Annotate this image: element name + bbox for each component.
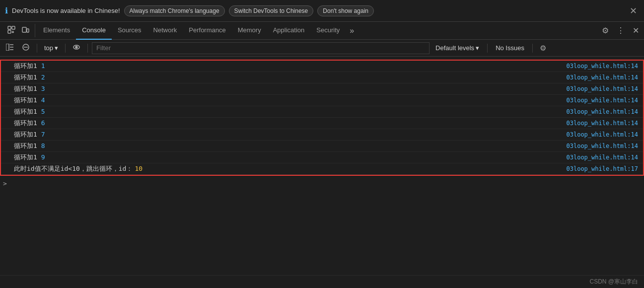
context-label: top: [44, 44, 53, 52]
row-text: 循环加1 4: [12, 95, 567, 105]
row-source-link[interactable]: 03loop_while.html:14: [567, 97, 644, 104]
match-language-button[interactable]: Always match Chrome's language: [124, 5, 225, 16]
row-text: 循环加1 1: [12, 61, 567, 71]
console-row: 循环加1 9 03loop_while.html:14: [1, 152, 643, 163]
prompt-symbol: >: [3, 180, 7, 187]
default-levels-button[interactable]: Default levels ▾: [431, 43, 483, 53]
close-devtools-button[interactable]: ✕: [630, 24, 642, 37]
console-row: 循环加1 3 03loop_while.html:14: [1, 83, 643, 95]
info-icon: ℹ: [5, 6, 8, 15]
tab-console[interactable]: Console: [76, 22, 112, 40]
toolbar-separator-3: [87, 44, 88, 53]
toolbar-separator-5: [532, 44, 533, 53]
console-content: 循环加1 1 03loop_while.html:14 循环加1 2 03loo…: [0, 57, 644, 273]
toolbar-separator-2: [65, 44, 66, 53]
device-toolbar-icon[interactable]: [19, 24, 32, 37]
context-selector-button[interactable]: top ▾: [41, 43, 61, 53]
footer: CSDN @寒山李白: [0, 275, 644, 288]
eye-filter-button[interactable]: [70, 42, 83, 54]
row-source-link[interactable]: 03loop_while.html:14: [567, 120, 644, 127]
svg-rect-3: [22, 27, 26, 32]
devtools-window: ℹ DevTools is now available in Chinese! …: [0, 0, 644, 288]
console-row: 循环加1 2 03loop_while.html:14: [1, 72, 643, 83]
svg-rect-4: [27, 29, 29, 32]
tab-memory[interactable]: Memory: [232, 22, 267, 40]
toolbar-separator: [37, 44, 37, 53]
tab-toolbar-right: ⚙ ⋮ ✕: [599, 24, 642, 37]
footer-text: CSDN @寒山李白: [589, 278, 638, 285]
no-issues-button[interactable]: No Issues: [492, 43, 528, 53]
default-levels-arrow-icon: ▾: [476, 44, 479, 52]
tab-security[interactable]: Security: [310, 22, 346, 40]
row-source-link[interactable]: 03loop_while.html:14: [567, 74, 644, 81]
context-arrow-icon: ▾: [55, 44, 58, 52]
console-row: 循环加1 8 03loop_while.html:14: [1, 141, 643, 152]
row-text: 循环加1 5: [12, 107, 567, 117]
console-row: 循环加1 7 03loop_while.html:14: [1, 129, 643, 141]
customize-dots-button[interactable]: ⋮: [614, 24, 628, 37]
tab-icon-group: [2, 24, 35, 37]
console-row: 循环加1 6 03loop_while.html:14: [1, 118, 643, 129]
row-text: 循环加1 3: [12, 84, 567, 94]
console-prompt: >: [0, 178, 644, 189]
tab-elements[interactable]: Elements: [37, 22, 76, 40]
row-source-link[interactable]: 03loop_while.html:14: [567, 63, 644, 70]
settings-gear-button[interactable]: ⚙: [599, 24, 612, 37]
console-row: 循环加1 4 03loop_while.html:14: [1, 95, 643, 106]
console-input[interactable]: [9, 180, 641, 187]
row-source-link[interactable]: 03loop_while.html:14: [567, 131, 644, 138]
row-text: 循环加1 6: [12, 118, 567, 128]
row-source-link[interactable]: 03loop_while.html:14: [567, 143, 644, 149]
notification-bar: ℹ DevTools is now available in Chinese! …: [0, 0, 644, 22]
console-row-last: 此时id值不满足id<10，跳出循环，id：10 03loop_while.ht…: [1, 163, 643, 175]
tab-application[interactable]: Application: [267, 22, 311, 40]
clear-console-button[interactable]: [19, 42, 33, 54]
row-source-link[interactable]: 03loop_while.html:14: [567, 108, 644, 115]
row-source-link[interactable]: 03loop_while.html:14: [567, 85, 644, 92]
inspect-element-icon[interactable]: [5, 24, 18, 37]
tab-bar: Elements Console Sources Network Perform…: [0, 22, 644, 40]
row-text: 此时id值不满足id<10，跳出循环，id：10: [12, 164, 567, 174]
tab-network[interactable]: Network: [147, 22, 183, 40]
svg-rect-2: [8, 30, 11, 33]
row-text: 循环加1 2: [12, 72, 567, 82]
tab-performance[interactable]: Performance: [183, 22, 231, 40]
console-row: 循环加1 5 03loop_while.html:14: [1, 106, 643, 118]
row-text: 循环加1 8: [12, 141, 567, 151]
default-levels-label: Default levels: [435, 44, 474, 52]
notification-close-button[interactable]: ✕: [628, 5, 639, 16]
svg-rect-0: [8, 26, 11, 29]
more-tabs-button[interactable]: »: [346, 24, 358, 37]
dont-show-button[interactable]: Don't show again: [317, 5, 374, 16]
row-text: 循环加1 9: [12, 152, 567, 162]
row-text: 循环加1 7: [12, 130, 567, 140]
sidebar-toggle-button[interactable]: [3, 42, 17, 54]
svg-rect-5: [6, 44, 9, 51]
notification-text: DevTools is now available in Chinese!: [12, 7, 120, 14]
tab-sources[interactable]: Sources: [112, 22, 147, 40]
red-border-group: 循环加1 1 03loop_while.html:14 循环加1 2 03loo…: [0, 60, 644, 176]
svg-rect-1: [12, 26, 15, 29]
row-source-link[interactable]: 03loop_while.html:14: [567, 154, 644, 161]
console-row: 循环加1 1 03loop_while.html:14: [1, 61, 643, 72]
switch-chinese-button[interactable]: Switch DevTools to Chinese: [229, 5, 314, 16]
console-settings-button[interactable]: ⚙: [537, 42, 549, 54]
filter-input[interactable]: [92, 42, 429, 54]
toolbar-separator-4: [487, 44, 488, 53]
row-source-link[interactable]: 03loop_while.html:17: [567, 165, 644, 172]
svg-point-12: [75, 46, 77, 48]
console-toolbar: top ▾ Default levels ▾ No Issues ⚙: [0, 40, 644, 57]
